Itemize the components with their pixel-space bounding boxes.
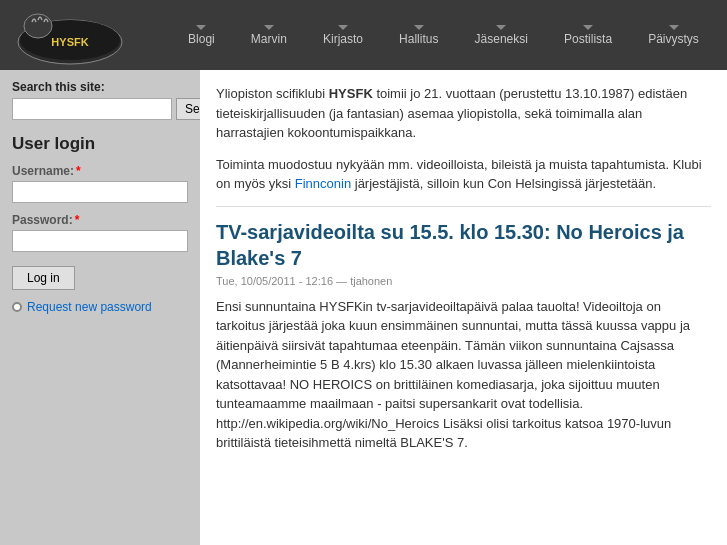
search-row: Search	[12, 98, 188, 120]
article-meta: Tue, 10/05/2011 - 12:16 — tjahonen	[216, 275, 711, 287]
nav-item-blogi[interactable]: Blogi	[188, 25, 215, 46]
search-label: Search this site:	[12, 80, 188, 94]
nav-chevron-marvin	[264, 25, 274, 30]
intro-paragraph-1: Yliopiston scifiklubi HYSFK toimii jo 21…	[216, 84, 711, 143]
nav-item-kirjasto[interactable]: Kirjasto	[323, 25, 363, 46]
nav-chevron-paivystys	[669, 25, 679, 30]
site-logo: HYSFK	[10, 4, 130, 66]
nav-chevron-hallitus	[414, 25, 424, 30]
nav-item-hallitus[interactable]: Hallitus	[399, 25, 438, 46]
article-body: Ensi sunnuntaina HYSFKin tv-sarjavideoil…	[216, 297, 711, 453]
nav-chevron-jaseneksi	[496, 25, 506, 30]
header: HYSFK Blogi Marvin Kirjasto Hallitus Jäs…	[0, 0, 727, 70]
main-nav: Blogi Marvin Kirjasto Hallitus Jäseneksi…	[170, 25, 717, 46]
login-button[interactable]: Log in	[12, 266, 75, 290]
password-label: Password:*	[12, 213, 188, 227]
nav-item-postilista[interactable]: Postilista	[564, 25, 612, 46]
nav-chevron-postilista	[583, 25, 593, 30]
password-input[interactable]	[12, 230, 188, 252]
intro-paragraph-2: Toiminta muodostuu nykyään mm. videoillo…	[216, 155, 711, 194]
article-title: TV-sarjavideoilta su 15.5. klo 15.30: No…	[216, 219, 711, 271]
username-required: *	[76, 164, 81, 178]
nav-item-jaseneksi[interactable]: Jäseneksi	[475, 25, 528, 46]
svg-text:HYSFK: HYSFK	[51, 36, 88, 48]
search-section: Search this site: Search	[12, 80, 188, 120]
content-divider	[216, 206, 711, 207]
nav-chevron-blogi	[196, 25, 206, 30]
search-input[interactable]	[12, 98, 172, 120]
main-layout: Search this site: Search User login User…	[0, 70, 727, 545]
username-label: Username:*	[12, 164, 188, 178]
user-login-title: User login	[12, 134, 188, 154]
svg-point-3	[24, 14, 52, 38]
sidebar: Search this site: Search User login User…	[0, 70, 200, 545]
nav-item-paivystys[interactable]: Päivystys	[648, 25, 699, 46]
nav-chevron-kirjasto	[338, 25, 348, 30]
password-required: *	[75, 213, 80, 227]
nav-item-marvin[interactable]: Marvin	[251, 25, 287, 46]
username-input[interactable]	[12, 181, 188, 203]
radio-indicator	[12, 302, 22, 312]
req-password-row: Request new password	[12, 300, 188, 314]
user-login-section: User login Username:* Password:* Log in …	[12, 134, 188, 314]
content-area: Yliopiston scifiklubi HYSFK toimii jo 21…	[200, 70, 727, 545]
request-password-link[interactable]: Request new password	[27, 300, 152, 314]
finncon-link[interactable]: Finnconin	[295, 176, 351, 191]
logo-area: HYSFK	[10, 4, 170, 66]
